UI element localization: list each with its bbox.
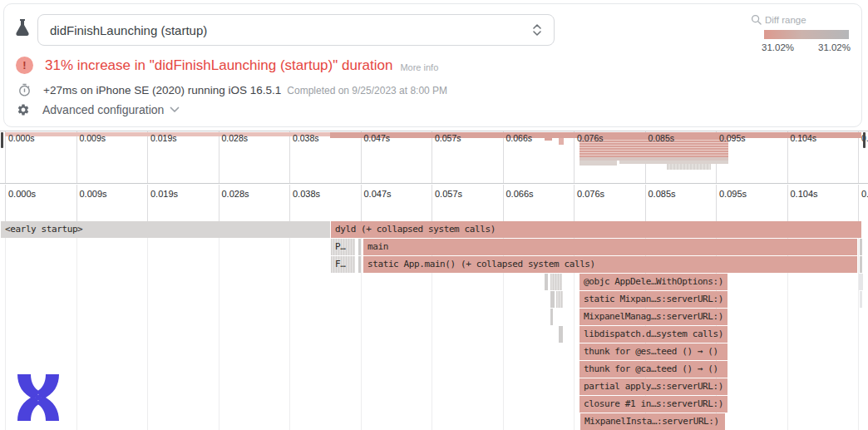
gridline [289, 185, 290, 221]
flame-node[interactable]: MixpanelInsta…:serverURL:) [580, 413, 725, 430]
more-info-link[interactable]: More info [400, 62, 438, 74]
flame-node[interactable] [860, 291, 862, 308]
advanced-configuration-toggle[interactable]: Advanced configuration [17, 103, 180, 116]
tick-label: 0.057s [435, 133, 461, 143]
device-row: +27ms on iPhone SE (2020) running iOS 16… [17, 83, 447, 97]
completed-timestamp: Completed on 9/25/2023 at 8:00 PM [287, 85, 447, 96]
tick-label: 0.019s [150, 189, 178, 199]
app-root: { "header": { "selector": { "value": "di… [0, 0, 868, 430]
flame-node[interactable]: F… [331, 256, 355, 273]
flame-node[interactable] [550, 309, 553, 325]
flame-node[interactable] [556, 291, 563, 308]
gridline [432, 131, 432, 183]
flame-node[interactable]: main [363, 239, 857, 255]
alert-row: ! 31% increase in "didFinishLaunching (s… [16, 57, 438, 74]
flame-node[interactable] [550, 274, 562, 290]
gridline [787, 131, 788, 183]
flame-graph: <early startup>dyld (+ collapsed system … [0, 221, 868, 430]
tick-label: 0.038s [293, 189, 320, 199]
gridline [76, 221, 77, 430]
device-summary: +27ms on iPhone SE (2020) running iOS 16… [43, 84, 281, 96]
tick-label: 0.047s [364, 189, 392, 199]
gridline [5, 185, 6, 221]
stopwatch-icon [17, 83, 32, 97]
emerge-logo [12, 373, 65, 426]
flame-node[interactable] [860, 239, 862, 255]
experiment-flask-icon [12, 18, 32, 40]
gridline [858, 221, 859, 430]
flame-node[interactable] [545, 274, 548, 290]
alert-text: 31% increase in "didFinishLaunching (sta… [45, 57, 392, 74]
flame-node[interactable] [859, 274, 863, 290]
select-updown-icon [532, 22, 542, 37]
flame-node[interactable] [358, 239, 361, 255]
tick-label: 0.066s [506, 133, 533, 143]
diff-range-max: 31.02% [818, 42, 851, 52]
gridline [432, 185, 432, 221]
tick-label: 0.095s [719, 133, 746, 143]
flame-node[interactable] [559, 326, 563, 343]
flame-node[interactable]: dyld (+ collapsed system calls) [331, 221, 861, 238]
diff-range-values: 31.02% 31.02% [762, 42, 851, 52]
flame-node[interactable]: @objc AppDele…WithOptions:) [579, 274, 727, 290]
tick-label: 0.019s [150, 133, 177, 143]
scenario-select-value: didFinishLaunching (startup) [50, 23, 532, 37]
timeline-minimap[interactable]: 0.000s0.009s0.019s0.028s0.038s0.047s0.05… [0, 131, 868, 184]
tick-label: 0.085s [649, 189, 676, 199]
flame-node[interactable]: static App.main() (+ collapsed system ca… [363, 256, 857, 273]
gridline [716, 185, 717, 221]
gridline [361, 131, 362, 183]
diff-range-min: 31.02% [762, 42, 794, 52]
flame-node[interactable] [358, 256, 361, 273]
flame-node[interactable]: thunk for @es…teed () → () [579, 344, 727, 360]
timeline-ruler[interactable]: 0.000s0.009s0.019s0.028s0.038s0.047s0.05… [0, 185, 868, 221]
flame-node[interactable]: static Mixpan…s:serverURL:) [579, 291, 727, 308]
gridline [219, 221, 219, 430]
flame-node[interactable]: partial apply…s:serverURL:) [579, 378, 727, 395]
tick-label: 0.000s [8, 133, 35, 143]
minimap-handle-left[interactable] [1, 132, 3, 148]
minimap-shape [667, 164, 711, 170]
tick-label: 0.009s [80, 133, 106, 143]
diff-range: Diff range 31.02% 31.02% [751, 14, 856, 52]
tick-label: 0.028s [222, 189, 249, 199]
tick-label: 0.000s [8, 189, 36, 199]
gridline [147, 221, 148, 430]
gridline [5, 131, 6, 183]
tick-label: 0.104s [791, 189, 818, 199]
minimap-shape [559, 138, 564, 145]
tick-label: 0.047s [364, 133, 391, 143]
flame-node[interactable]: libdispatch.d…system calls) [579, 326, 727, 343]
gridline [645, 185, 646, 221]
gridline [5, 221, 6, 430]
gridline [219, 185, 219, 221]
tick-label: 0.104s [791, 133, 817, 143]
minimap-handle-right[interactable] [863, 132, 866, 148]
tick-label: 0.038s [293, 133, 319, 143]
tick-label: 0.114s [861, 189, 868, 199]
flame-node[interactable]: thunk for @ca…teed () → () [579, 361, 727, 378]
gridline [787, 185, 788, 221]
chevron-down-icon [170, 106, 180, 113]
flame-node[interactable]: closure #1 in…s:serverURL:) [579, 396, 727, 413]
flame-node[interactable]: <early startup> [1, 221, 330, 238]
gridline [574, 131, 575, 183]
tick-label: 0.095s [719, 189, 747, 199]
scenario-select[interactable]: didFinishLaunching (startup) [37, 14, 555, 46]
tick-label: 0.028s [222, 133, 249, 143]
gear-icon [17, 103, 30, 116]
diff-range-gradient[interactable] [764, 30, 849, 39]
header-card: didFinishLaunching (startup) Diff range … [3, 3, 862, 127]
minimap-shape [579, 161, 617, 166]
gridline [361, 185, 362, 221]
tick-label: 0.057s [435, 189, 462, 199]
gridline [858, 185, 859, 221]
advanced-configuration-label: Advanced configuration [42, 103, 164, 116]
flame-node[interactable] [550, 291, 555, 308]
gridline [289, 221, 290, 430]
zoom-search-icon [751, 14, 762, 25]
flame-node[interactable]: P… [331, 239, 355, 255]
diff-range-label: Diff range [751, 14, 856, 25]
flame-node[interactable]: MixpanelManag…s:serverURL:) [579, 309, 727, 325]
flame-node[interactable] [860, 256, 862, 273]
